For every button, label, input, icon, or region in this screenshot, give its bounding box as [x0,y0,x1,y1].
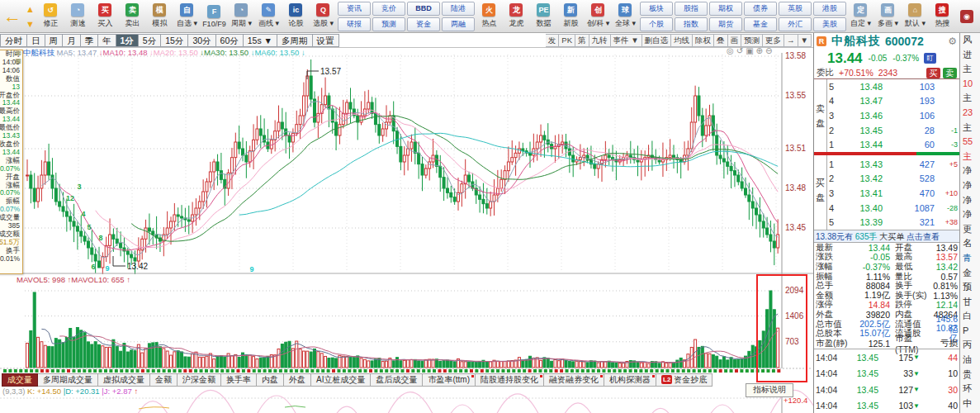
toolbar-button-自定[interactable]: 定自定 ▾ [847,3,874,29]
volume-bar [504,362,506,368]
tick-count: 30 [921,385,958,395]
ask-row-1[interactable]: 113.4460-3 [827,137,959,152]
candle-body [396,131,399,147]
volume-bar [310,352,312,368]
toolbar-button-默认[interactable]: ⌂默认 ▾ [902,3,929,29]
tick-trade-list[interactable]: 14:0413.45175▼4414:0413.4533▼1014:0413.4… [814,349,959,413]
toolbar-pair: 港股美股 [813,1,846,32]
bid-row-1[interactable]: 113.43427+5 [827,157,959,172]
tick-row[interactable]: 14:0413.45175▼44 [814,349,959,366]
signal-dot [316,369,320,373]
bid-row-4[interactable]: 413.401087-28 [827,201,959,216]
volume-bar [748,351,750,368]
candle-body [751,202,754,208]
indicator-tab-多周期成交量[interactable]: 多周期成交量 [38,373,98,387]
tick-row[interactable]: 14:0413.45103▼40 [814,398,959,413]
close-icon[interactable]: ⊠ [16,50,21,57]
indicator-tab-融资融券变化[interactable]: 融资融券变化 [544,373,604,387]
indicator-tab-机构探测器[interactable]: 机构探测器 [604,373,656,387]
level-volume: 1087 [883,203,938,213]
stock-name[interactable]: 中船科技 [831,34,881,49]
nine-turn-mark: 3 [77,183,81,191]
big-order-alert[interactable]: 13.38元有 635手 大买单 点击查看 [814,230,959,243]
volume-bar [141,353,144,368]
volume-bar [59,339,61,368]
signal-dot [178,369,182,373]
toolbar-button-多画[interactable]: 画多画 ▾ [874,3,902,29]
indicator-tab-AI立桩成交量[interactable]: AI立桩成交量 [311,373,371,387]
自定-icon: 定 [854,3,867,17]
indicator-tab-市盈率(ttm)[interactable]: 市盈率(ttm) [423,373,476,387]
indicator-tab-资金抄底[interactable]: L2资金抄底 [656,373,713,387]
indicator-tab-bar: 成交量多周期成交量虚拟成交量金额沪深金额换手率内盘外盘AI立桩成交量盘后成交量市… [2,373,713,387]
buy-button[interactable]: 买 [926,68,940,78]
signal-dot [586,369,589,373]
corner-icon[interactable]: ◉ [960,10,973,23]
indicator-tab-虚拟成交量[interactable]: 虚拟成交量 [98,373,150,387]
signal-dot [72,369,75,373]
gear-icon[interactable]: ⚙ [948,36,957,47]
indicator-tab-换手率[interactable]: 换手率 [221,373,257,387]
indicator-tab-成交量[interactable]: 成交量 [2,373,38,387]
candle-body [230,158,233,173]
indicator-tab-外盘[interactable]: 外盘 [284,373,311,387]
right-strip-item: 净 [960,178,980,193]
price-axis-label: 13.45 [785,223,806,232]
kdj-part: K: +14.50 [27,387,64,396]
right-strip-item: 名 [960,236,980,251]
volume-bar [73,337,75,368]
volume-bar [206,356,208,368]
indicator-tab-内盘[interactable]: 内盘 [257,373,284,387]
volume-bar [299,349,301,368]
ask-row-2[interactable]: 213.4528-1 [827,123,959,138]
level-num: 1 [827,159,840,169]
bid-row-2[interactable]: 213.42528 [827,172,959,187]
ask-row-4[interactable]: 413.47193 [827,94,959,109]
signal-dot [305,369,309,373]
pin-icon[interactable]: ▦ [15,58,21,64]
candle-body [220,171,222,180]
stat-value: 亏损 [933,338,958,349]
bid-row-5[interactable]: 513.39321+38 [827,215,959,230]
toolbar-button-热搜[interactable]: 搜热搜 [929,3,956,29]
candle-body [83,236,86,241]
level-volume: 427 [883,159,938,169]
signal-dot [284,369,287,373]
candle-body [263,135,266,142]
signal-dot [301,369,304,373]
volume-bar [468,362,471,368]
kdj-j-line [137,390,813,413]
volume-bar [187,357,190,368]
signal-dot [602,369,605,373]
toolbar-mini-港股[interactable]: 港股 [813,2,846,16]
signal-dot [194,369,197,373]
sell-button[interactable]: 卖 [943,68,957,78]
toolbar-mini-美股[interactable]: 美股 [813,17,846,31]
tick-row[interactable]: 14:0413.45127▼30 [814,382,959,398]
candle-body [572,155,575,162]
volume-bar [44,345,46,368]
signal-dot [99,369,102,373]
right-strip-item: 净 [960,193,980,208]
main-chart[interactable]: 13.5813.5513.5113.4813.452094140670313.5… [0,0,813,413]
candle-body [694,96,697,122]
indicator-tab-陆股通持股变化[interactable]: 陆股通持股变化 [476,373,544,387]
bid-row-3[interactable]: 313.41470+10 [827,186,959,201]
tick-row[interactable]: 14:0413.4533▼10 [814,366,959,382]
right-strip-item: 净 [960,207,980,222]
ask-row-5[interactable]: 513.48103 [827,79,959,94]
level-price: 13.41 [840,188,883,198]
candle-body [245,155,248,162]
candle-body [123,248,125,251]
price-axis-label: 13.48 [785,183,806,192]
signal-dot [438,369,441,373]
candle-body [403,155,405,162]
indicator-tab-沪深金额[interactable]: 沪深金额 [178,373,221,387]
indicator-tab-盘后成交量[interactable]: 盘后成交量 [371,373,423,387]
signal-dot [120,369,123,373]
indicator-help-button[interactable]: 指标说明 [746,383,793,397]
stock-code[interactable]: 600072 [885,35,924,48]
indicator-tab-金额[interactable]: 金额 [150,373,178,387]
ask-row-3[interactable]: 313.46106 [827,108,959,123]
watch-badge-icon[interactable]: 盯 [924,53,936,64]
